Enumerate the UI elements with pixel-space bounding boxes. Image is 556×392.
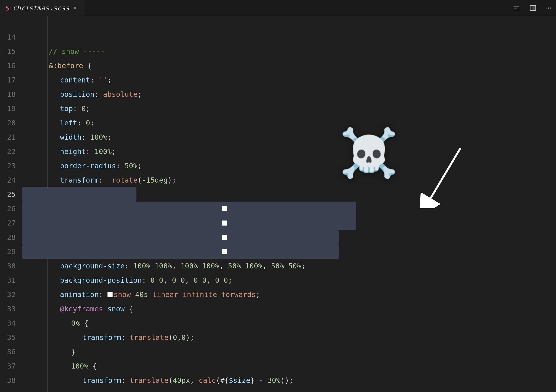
code-line[interactable]: }	[22, 345, 556, 359]
code-line[interactable]: 100% {	[22, 359, 556, 373]
color-swatch-icon[interactable]	[107, 292, 113, 297]
code-token: 0	[181, 333, 186, 342]
sass-icon: S	[5, 4, 10, 12]
code-line[interactable]: transform: rotate(-15deg);	[22, 173, 556, 187]
code-token: :	[142, 276, 151, 285]
code-token: ;	[256, 290, 260, 299]
code-token: ;	[138, 162, 142, 170]
line-number: 23	[0, 159, 22, 173]
code-token: ,	[262, 262, 271, 270]
line-number-gutter: 1415161718192021222324252627282930313233…	[0, 16, 22, 392]
toggle-whitespace-icon[interactable]	[513, 4, 520, 12]
line-number: 15	[0, 44, 22, 59]
color-swatch-icon[interactable]	[222, 249, 227, 254]
color-swatch-icon[interactable]	[222, 206, 227, 211]
code-line[interactable]: // snow -----	[22, 44, 556, 59]
more-actions-icon[interactable]	[546, 4, 552, 12]
editor-area[interactable]: 1415161718192021222324252627282930313233…	[0, 16, 556, 392]
code-token	[198, 262, 202, 270]
code-token: background-position	[60, 276, 142, 285]
code-token	[217, 290, 221, 299]
selection-highlight	[22, 202, 356, 216]
code-token: transform	[82, 376, 121, 385]
code-line[interactable]: left: 0;	[22, 116, 556, 130]
line-number: 30	[0, 259, 22, 273]
code-token: 100%	[71, 362, 88, 370]
code-line[interactable]: radial-gradient(circle at 30% 30%, #fff …	[22, 202, 556, 216]
color-swatch-icon[interactable]	[222, 235, 227, 240]
code-line[interactable]: width: 100%;	[22, 130, 556, 144]
svg-point-6	[546, 7, 548, 8]
code-line[interactable]	[22, 30, 556, 44]
code-token: forwards	[221, 290, 256, 299]
code-token: animation	[60, 290, 99, 299]
code-line[interactable]: 0% {	[22, 316, 556, 330]
code-token	[178, 290, 183, 299]
code-token: ,	[219, 262, 228, 270]
code-line[interactable]: transform: translate(0,0);	[22, 330, 556, 345]
code-token: snow	[107, 305, 124, 313]
code-token	[241, 262, 245, 270]
code-line[interactable]: radial-gradient(circle at 80% 70%, #fff …	[22, 216, 556, 230]
code-line[interactable]: transform: translate(40px, calc(#{$size}…	[22, 373, 556, 388]
code-line[interactable]: content: '';	[22, 73, 556, 87]
code-token: left	[60, 119, 77, 127]
code-token: 0	[81, 104, 86, 113]
code-area[interactable]: // snow -----&:before {content: '';posit…	[22, 16, 556, 392]
svg-rect-5	[533, 5, 536, 10]
code-line[interactable]: height: 100%;	[22, 144, 556, 159]
code-token: ;	[228, 276, 232, 285]
code-line[interactable]: border-radius: 50%;	[22, 159, 556, 173]
code-token: ;	[90, 119, 94, 127]
code-token: {	[84, 319, 88, 327]
code-line[interactable]: position: absolute;	[22, 87, 556, 101]
editor-actions	[513, 4, 556, 12]
code-token: ;	[107, 133, 112, 142]
code-line[interactable]: background-position: 0 0, 0 0, 0 0, 0 0;	[22, 273, 556, 287]
line-number: 39	[0, 388, 22, 392]
code-token: -15deg	[142, 176, 168, 184]
line-number: 22	[0, 144, 22, 159]
code-token: ''	[99, 76, 107, 84]
code-token: :	[121, 333, 130, 342]
split-editor-icon[interactable]	[529, 4, 537, 12]
code-token: :	[121, 376, 130, 385]
code-token: ,	[206, 276, 215, 285]
code-line[interactable]: radial-gradient(circle at 30% 50%, #fff …	[22, 230, 556, 244]
code-token: absolute	[103, 90, 138, 98]
code-line[interactable]: }	[22, 388, 556, 392]
code-token: #{	[220, 376, 229, 385]
code-line[interactable]: top: 0;	[22, 101, 556, 116]
code-token: :	[99, 176, 112, 184]
code-token: &:before	[49, 61, 83, 70]
code-token: ))	[280, 376, 289, 385]
line-number: 37	[0, 359, 22, 373]
code-token: 40s	[135, 290, 148, 299]
code-token	[83, 61, 87, 70]
code-line[interactable]: &:before {	[22, 59, 556, 73]
code-token: 100%	[202, 262, 219, 270]
code-token: 100%	[245, 262, 262, 270]
code-token: top	[60, 104, 73, 113]
code-token: :	[116, 162, 124, 170]
tab-bar: S christmas.scss ×	[0, 0, 556, 16]
code-token	[124, 305, 129, 313]
code-token: linear	[152, 290, 178, 299]
code-line[interactable]: animation: snow 40s linear infinite forw…	[22, 287, 556, 302]
close-icon[interactable]: ×	[72, 4, 78, 12]
code-line[interactable]: background-size: 100% 100%, 100% 100%, 5…	[22, 259, 556, 273]
code-token: :	[81, 133, 90, 142]
code-token: :	[86, 147, 95, 156]
color-swatch-icon[interactable]	[222, 220, 227, 226]
code-token: ;	[172, 176, 176, 184]
selection-highlight	[22, 244, 339, 259]
code-line[interactable]: radial-gradient(circle at 70% 85%, #fff …	[22, 244, 556, 259]
selection-highlight	[22, 216, 356, 230]
line-number: 20	[0, 116, 22, 130]
selection-highlight	[22, 230, 339, 244]
line-number: 26	[0, 202, 22, 216]
code-line[interactable]: @keyframes snow {	[22, 302, 556, 316]
code-line[interactable]: background-image:	[22, 187, 556, 202]
tab-christmas-scss[interactable]: S christmas.scss ×	[0, 0, 84, 16]
code-token: 50%	[124, 162, 138, 170]
